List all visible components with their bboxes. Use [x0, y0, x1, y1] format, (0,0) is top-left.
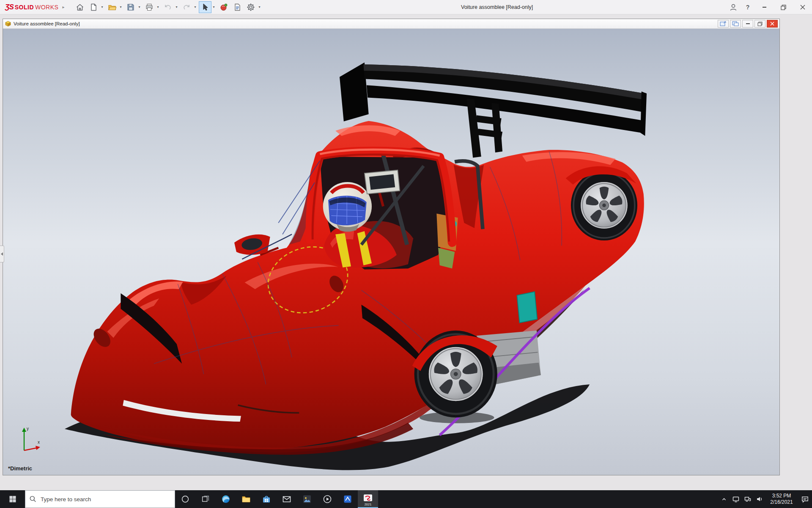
- car-assembly-model[interactable]: [3, 29, 779, 475]
- doc-restore-button[interactable]: [754, 20, 765, 28]
- dropdown-caret-icon[interactable]: ▾: [100, 5, 104, 9]
- network-icon: [744, 495, 752, 503]
- clock-date: 2/16/2021: [765, 499, 798, 505]
- tray-display[interactable]: [730, 490, 742, 508]
- file-properties-button[interactable]: [231, 1, 244, 13]
- dropdown-caret-icon[interactable]: ▾: [211, 5, 216, 9]
- solidworks-logo: ƷS SOLID WORKS ▸: [5, 3, 64, 11]
- clock-time: 3:52 PM: [765, 493, 798, 499]
- search-input[interactable]: [41, 496, 171, 502]
- taskbar-mail[interactable]: [277, 490, 297, 508]
- action-center-button[interactable]: [798, 490, 812, 508]
- teal-panel[interactable]: [517, 292, 537, 323]
- taskbar-file-explorer[interactable]: [236, 490, 256, 508]
- undo-icon: [163, 3, 173, 12]
- doc-minimize-button[interactable]: [742, 20, 753, 28]
- document-window-controls: [718, 20, 778, 28]
- logo-expand-icon[interactable]: ▸: [62, 5, 64, 9]
- taskbar-search[interactable]: [25, 490, 175, 508]
- taskbar-photos[interactable]: [297, 490, 317, 508]
- cortana-icon: [181, 494, 190, 504]
- taskbar-solidworks[interactable]: 2021: [358, 490, 378, 508]
- tile-window-icon: [732, 21, 739, 26]
- store-icon: [261, 494, 272, 504]
- print-button[interactable]: [143, 1, 156, 13]
- taskbar-media-player[interactable]: [317, 490, 337, 508]
- collapse-arrow-icon: [1, 252, 3, 256]
- taskbar-blue-app[interactable]: [337, 490, 358, 508]
- home-button[interactable]: [74, 1, 86, 13]
- taskbar-task-view[interactable]: [195, 490, 216, 508]
- graphics-viewport[interactable]: y x *Dimetric: [3, 29, 779, 475]
- dropdown-caret-icon[interactable]: ▾: [193, 5, 197, 9]
- dropdown-caret-icon[interactable]: ▾: [118, 5, 123, 9]
- new-window-button[interactable]: [718, 20, 729, 28]
- app-client-area: Voiture assomblee [Read-only]: [0, 15, 812, 490]
- orientation-triad: y x: [11, 424, 43, 456]
- minimize-icon: [746, 23, 750, 24]
- chevron-up-icon: [721, 496, 727, 502]
- cockpit[interactable]: [234, 149, 483, 269]
- assembly-cube-icon: [5, 20, 11, 27]
- close-icon: [770, 22, 774, 26]
- save-icon: [126, 3, 135, 12]
- photos-icon: [302, 494, 312, 504]
- dropdown-caret-icon[interactable]: ▾: [174, 5, 178, 9]
- open-button[interactable]: [106, 1, 118, 13]
- hidden-icons-button[interactable]: [718, 490, 730, 508]
- dropdown-caret-icon[interactable]: ▾: [257, 5, 261, 9]
- document-window: Voiture assomblee [Read-only]: [3, 19, 780, 475]
- featuremanager-collapse-tab[interactable]: [0, 246, 4, 262]
- triad-x-label: x: [38, 440, 40, 444]
- minimize-button[interactable]: [755, 0, 774, 14]
- display-icon: [732, 495, 740, 503]
- solidworks-year-badge: 2021: [358, 502, 378, 506]
- taskbar-clock[interactable]: 3:52 PM 2/16/2021: [765, 490, 798, 508]
- new-document-icon: [89, 3, 98, 12]
- select-tool-button[interactable]: [199, 1, 211, 13]
- rebuild-button[interactable]: [217, 1, 230, 13]
- options-button[interactable]: [244, 1, 257, 13]
- file-properties-icon: [233, 3, 242, 12]
- blue-app-icon: [343, 494, 353, 504]
- close-button[interactable]: [793, 0, 812, 14]
- app-titlebar: ƷS SOLID WORKS ▸: [0, 0, 812, 14]
- restore-icon: [781, 5, 786, 10]
- save-button[interactable]: [124, 1, 137, 13]
- tray-volume[interactable]: [754, 490, 765, 508]
- rebuild-icon: [219, 3, 228, 12]
- taskbar-edge[interactable]: [216, 490, 236, 508]
- logo-text-works: WORKS: [35, 4, 58, 11]
- home-icon: [75, 3, 85, 12]
- windows-taskbar: 2021: [0, 490, 812, 508]
- view-orientation-label: *Dimetric: [8, 465, 32, 472]
- system-tray: 3:52 PM 2/16/2021: [718, 490, 812, 508]
- gear-icon: [246, 3, 255, 12]
- document-titlebar[interactable]: Voiture assomblee [Read-only]: [3, 19, 779, 29]
- dropdown-caret-icon[interactable]: ▾: [156, 5, 160, 9]
- taskbar-cortana[interactable]: [175, 490, 195, 508]
- mail-icon: [282, 494, 292, 504]
- windows-logo-icon: [8, 495, 17, 503]
- doc-close-button[interactable]: [767, 20, 778, 28]
- tile-window-button[interactable]: [730, 20, 741, 28]
- action-center-icon: [801, 495, 809, 503]
- taskbar-store[interactable]: [256, 490, 277, 508]
- account-icon: [729, 3, 738, 12]
- logo-text-solid: SOLID: [15, 4, 34, 11]
- dropdown-caret-icon[interactable]: ▾: [137, 5, 141, 9]
- restore-icon: [757, 22, 763, 26]
- maximize-button[interactable]: [774, 0, 793, 14]
- edge-icon: [221, 494, 231, 504]
- tray-network[interactable]: [742, 490, 754, 508]
- titlebar-right-controls: ?: [726, 0, 812, 14]
- undo-button[interactable]: [162, 1, 174, 13]
- triad-y-label: y: [27, 426, 29, 431]
- account-button[interactable]: [726, 1, 741, 14]
- redo-button[interactable]: [180, 1, 193, 13]
- help-button[interactable]: ?: [741, 1, 755, 14]
- volume-icon: [756, 495, 763, 503]
- new-document-button[interactable]: [87, 1, 100, 13]
- file-explorer-icon: [241, 494, 251, 504]
- start-button[interactable]: [0, 490, 25, 508]
